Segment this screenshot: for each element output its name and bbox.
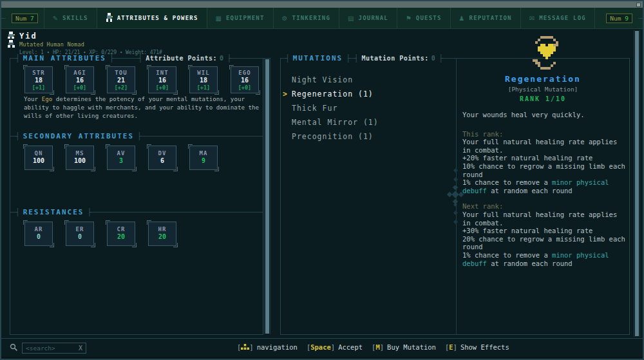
attribute-box-wil[interactable]: WIL 18 [+1] — [189, 66, 218, 93]
mutation-item-regeneration[interactable]: > Regeneration (1) — [292, 90, 374, 101]
next-rank-block: Next rank: Your full natural healing rat… — [462, 202, 626, 267]
ego-highlight: Ego — [42, 95, 53, 102]
tab-attributes-powers[interactable]: ATTRIBUTES & POWERS — [97, 8, 207, 28]
attribute-box-dv[interactable]: DV 6 — [148, 146, 176, 170]
search-clear-button[interactable]: X — [79, 345, 82, 352]
armor-icon: ▦ — [216, 15, 222, 22]
tab-quests[interactable]: ⚑ QUESTS — [397, 8, 451, 28]
attribute-box-ma[interactable]: MA 9 — [189, 146, 218, 170]
tab-message-log[interactable]: ✉ MESSAGE LOG — [521, 8, 595, 28]
numpad-icon — [241, 343, 249, 351]
mutation-item-mental-mirror[interactable]: Mental Mirror (1) — [292, 118, 379, 129]
player-icon — [106, 13, 113, 23]
character-name: Yid — [19, 32, 37, 41]
resistance-row: AR 0 ER 0 CR 20 HR 20 — [24, 222, 176, 246]
section-title-resistances: RESISTANCES — [20, 208, 88, 216]
right-scrollbar — [634, 30, 640, 337]
divider-ornament-icon — [446, 169, 464, 233]
this-rank-block: This rank: Your full natural healing rat… — [462, 130, 626, 195]
gear-icon: ⚙ — [282, 15, 288, 22]
search-box: X — [22, 343, 86, 354]
numpad7-hotkey[interactable]: Num 7 — [12, 14, 38, 23]
hotkey-accept[interactable]: [Space] Accept — [307, 343, 363, 351]
resistance-box-cr[interactable]: CR 20 — [107, 222, 135, 246]
tab-bar: Num 7 ✎ SKILLS ATTRIBUTES & POWERS ▦ EQU… — [1, 8, 643, 29]
tab-reputation[interactable]: ♟ REPUTATION — [451, 8, 521, 28]
secondary-attribute-row: QN 100 MS 100 AV 3 DV 6 MA 9 — [24, 146, 218, 170]
left-scrollbar-thumb[interactable] — [265, 59, 269, 334]
bottom-bar: X [] navigation [Space] Accept [M] Buy M… — [1, 338, 643, 357]
right-scrollbar-thumb[interactable] — [635, 31, 639, 336]
attribute-box-ms[interactable]: MS 100 — [66, 146, 94, 170]
tab-equipment[interactable]: ▦ EQUIPMENT — [207, 8, 274, 28]
resistances-header: ┤ RESISTANCES ├ — [10, 208, 263, 216]
main-attribute-row: STR 18 [+1] AGI 16 [+0] TOU 21 [+2] INT … — [24, 66, 259, 93]
mutation-item-precognition[interactable]: Precognition (1) — [292, 132, 374, 144]
attribute-box-agi[interactable]: AGI 16 [+0] — [66, 66, 94, 93]
attribute-box-tou[interactable]: TOU 21 [+2] — [107, 66, 135, 93]
envelope-icon: ✉ — [529, 15, 535, 22]
window-titlebar — [1, 1, 643, 8]
resistance-box-er[interactable]: ER 0 — [66, 222, 94, 246]
book-icon: ▤ — [348, 15, 354, 22]
mutation-item-thick-fur[interactable]: Thick Fur — [292, 104, 337, 115]
attribute-box-str[interactable]: STR 18 [+1] — [24, 66, 53, 93]
tab-tinkering[interactable]: ⚙ TINKERING — [274, 8, 340, 28]
resistance-box-ar[interactable]: AR 0 — [24, 222, 53, 246]
search-icon — [10, 342, 18, 354]
section-title-secondary: SECONDARY ATTRIBUTES — [20, 132, 137, 140]
numpad9-hotkey[interactable]: Num 9 — [606, 14, 632, 23]
window-button[interactable] — [636, 3, 641, 7]
mutation-rank: RANK 1/10 — [456, 95, 630, 102]
mutation-detail-header: Regeneration [Physical Mutation] RANK 1/… — [456, 74, 630, 102]
player-sprite-icon — [6, 32, 16, 51]
attributes-panel: STR 18 [+1] AGI 16 [+0] TOU 21 [+2] INT … — [10, 58, 263, 335]
character-subtitle: Mutated Human Nomad — [19, 41, 84, 48]
pencil-icon: ✎ — [53, 15, 58, 22]
attribute-box-int[interactable]: INT 16 [+0] — [148, 66, 176, 93]
attribute-box-av[interactable]: AV 3 — [107, 146, 135, 170]
secondary-attributes-header: ┤ SECONDARY ATTRIBUTES ├ — [10, 132, 263, 140]
mutation-category: [Physical Mutation] — [456, 86, 630, 93]
hotkey-navigation[interactable]: [] navigation — [237, 343, 298, 351]
hotkey-bar: [] navigation [Space] Accept [M] Buy Mut… — [237, 343, 509, 351]
figure-icon: ♟ — [459, 15, 465, 22]
hotkey-buy-mutation[interactable]: [M] Buy Mutation — [372, 343, 436, 351]
regeneration-mutation-icon — [530, 36, 564, 70]
mutation-detail-text: Your wounds heal very quickly. This rank… — [462, 111, 626, 267]
resistance-box-hr[interactable]: HR 20 — [148, 222, 176, 246]
search-input[interactable] — [26, 345, 79, 352]
attribute-description: Your Ego determines the potency of your … — [24, 95, 263, 120]
left-scrollbar — [264, 59, 270, 334]
selection-cursor-icon: > — [283, 90, 288, 99]
mutation-title: Regeneration — [456, 74, 630, 84]
attributes-and-powers-screen: Num 7 ✎ SKILLS ATTRIBUTES & POWERS ▦ EQU… — [0, 0, 644, 360]
mutation-summary: Your wounds heal very quickly. — [462, 111, 626, 119]
tab-journal[interactable]: ▤ JOURNAL — [339, 8, 397, 28]
flag-icon: ⚑ — [406, 15, 412, 22]
attribute-box-ego[interactable]: EGO 16 [+0] — [231, 66, 259, 93]
hotkey-show-effects[interactable]: [E] Show Effects — [445, 343, 509, 351]
attribute-box-qn[interactable]: QN 100 — [24, 146, 53, 170]
tab-skills[interactable]: ✎ SKILLS — [44, 8, 97, 28]
mutation-item-night-vision[interactable]: Night Vision — [292, 75, 353, 87]
